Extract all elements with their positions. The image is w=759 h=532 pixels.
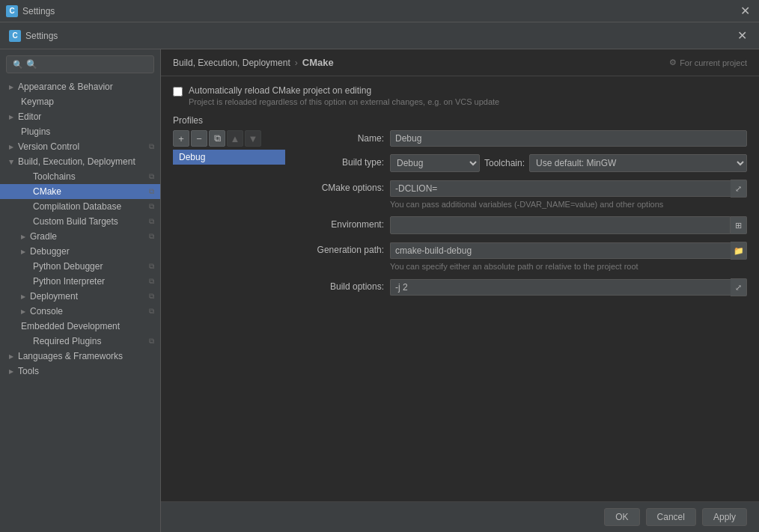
- sidebar-item-label: Version Control: [18, 141, 79, 152]
- build-type-select[interactable]: Debug Release RelWithDebInfo MinSizeRel: [390, 154, 480, 172]
- toolchain-label: Toolchain:: [484, 158, 525, 168]
- cmake-options-hint: You can pass additional variables (-DVAR…: [390, 200, 747, 209]
- sidebar-item-console[interactable]: ▶ Console ⧉: [0, 304, 160, 319]
- sidebar-item-keymap[interactable]: Keymap: [0, 94, 160, 109]
- profiles-layout: + − ⧉ ▲ ▼ Debug Name:: [173, 130, 747, 304]
- profiles-label: Profiles: [173, 115, 747, 126]
- name-row: Name:: [294, 130, 747, 147]
- sidebar-item-version-control[interactable]: ▶ Version Control ⧉: [0, 139, 160, 154]
- sidebar-item-tools[interactable]: ▶ Tools: [0, 364, 160, 379]
- sidebar-item-gradle[interactable]: ▶ Gradle ⧉: [0, 229, 160, 244]
- cmake-options-expand-button[interactable]: ⤢: [731, 180, 747, 198]
- build-type-row: Build type: Debug Release RelWithDebInfo…: [294, 154, 747, 172]
- move-up-button[interactable]: ▲: [227, 130, 243, 147]
- window-title-bar: C Settings ✕: [0, 0, 759, 22]
- move-down-button[interactable]: ▼: [245, 130, 261, 147]
- sidebar-item-deployment[interactable]: ▶ Deployment ⧉: [0, 289, 160, 304]
- sidebar-item-label: Keymap: [21, 97, 54, 107]
- breadcrumb-project: ⚙ For current project: [669, 58, 747, 67]
- copy-icon: ⧉: [149, 142, 154, 151]
- environment-input[interactable]: [390, 216, 731, 234]
- breadcrumb-parent: Build, Execution, Deployment: [173, 58, 290, 68]
- environment-row: Environment: ⊞: [294, 216, 747, 234]
- sidebar-item-build-exec[interactable]: ▶ Build, Execution, Deployment: [0, 154, 160, 169]
- sidebar-item-appearance[interactable]: ▶ Appearance & Behavior: [0, 79, 160, 94]
- auto-reload-label: Automatically reload CMake project on ed…: [189, 85, 499, 96]
- auto-reload-hint: Project is reloaded regardless of this o…: [189, 97, 499, 106]
- auto-reload-checkbox[interactable]: [173, 87, 183, 97]
- sidebar-item-debugger[interactable]: ▶ Debugger: [0, 244, 160, 259]
- cmake-options-input[interactable]: [390, 180, 731, 197]
- toolchain-select[interactable]: Use default: MinGW: [529, 154, 747, 172]
- profile-list-area: + − ⧉ ▲ ▼ Debug: [173, 130, 285, 304]
- arrow-icon: ▶: [21, 248, 25, 255]
- environment-edit-button[interactable]: ⊞: [731, 216, 747, 234]
- arrow-icon: ▶: [9, 84, 13, 91]
- sidebar: 🔍 ▶ Appearance & Behavior Keymap ▶ Edito…: [0, 49, 161, 532]
- copy-icon: ⧉: [149, 187, 154, 196]
- breadcrumb: Build, Execution, Deployment › CMake ⚙ F…: [161, 49, 759, 76]
- arrow-icon: ▶: [9, 353, 13, 360]
- project-icon: ⚙: [669, 58, 677, 67]
- add-profile-button[interactable]: +: [173, 130, 189, 147]
- sidebar-item-languages[interactable]: ▶ Languages & Frameworks: [0, 349, 160, 364]
- dialog-close-button[interactable]: ✕: [734, 28, 750, 43]
- form-area: Name: Build type: Debug Release RelWi: [294, 130, 747, 304]
- search-input[interactable]: [26, 59, 147, 70]
- copy-icon: ⧉: [149, 262, 154, 271]
- search-icon: 🔍: [13, 60, 23, 70]
- name-input[interactable]: [390, 130, 747, 147]
- sidebar-item-python-interpreter[interactable]: Python Interpreter ⧉: [0, 274, 160, 289]
- build-options-row: Build options: ⤢: [294, 278, 747, 296]
- breadcrumb-current: CMake: [302, 57, 334, 68]
- sidebar-item-label: Embedded Development: [21, 321, 120, 331]
- sidebar-item-required-plugins[interactable]: Required Plugins ⧉: [0, 334, 160, 349]
- profile-item-debug[interactable]: Debug: [173, 150, 285, 165]
- remove-profile-button[interactable]: −: [191, 130, 207, 147]
- dialog-icon: C: [9, 30, 21, 42]
- profiles-toolbar: + − ⧉ ▲ ▼: [173, 130, 285, 147]
- copy-icon: ⧉: [149, 232, 154, 241]
- cmake-options-label: CMake options:: [294, 180, 384, 193]
- sidebar-item-label: Gradle: [30, 231, 57, 242]
- sidebar-item-compilation-db[interactable]: Compilation Database ⧉: [0, 199, 160, 214]
- generation-path-row: Generation path: 📁 You can specify eithe…: [294, 242, 747, 271]
- sidebar-item-toolchains[interactable]: Toolchains ⧉: [0, 169, 160, 184]
- profile-name: Debug: [179, 152, 205, 162]
- generation-path-input[interactable]: [390, 242, 731, 259]
- sidebar-item-label: Editor: [18, 111, 41, 122]
- project-label: For current project: [680, 58, 747, 67]
- sidebar-item-label: Toolchains: [33, 171, 76, 182]
- ok-button[interactable]: OK: [604, 508, 639, 526]
- dialog-title: Settings: [25, 31, 58, 41]
- arrow-icon: ▶: [21, 308, 25, 315]
- apply-button[interactable]: Apply: [702, 508, 747, 526]
- sidebar-item-label: CMake: [33, 186, 61, 197]
- sidebar-item-label: Appearance & Behavior: [18, 82, 113, 92]
- sidebar-item-embedded-dev[interactable]: Embedded Development: [0, 319, 160, 334]
- name-label: Name:: [294, 130, 384, 144]
- sidebar-item-editor[interactable]: ▶ Editor: [0, 109, 160, 124]
- build-options-input[interactable]: [390, 279, 731, 296]
- generation-path-browse-button[interactable]: 📁: [731, 242, 747, 260]
- sidebar-item-label: Tools: [18, 366, 39, 376]
- sidebar-item-plugins[interactable]: Plugins: [0, 124, 160, 139]
- build-options-label: Build options:: [294, 278, 384, 292]
- sidebar-item-custom-build[interactable]: Custom Build Targets ⧉: [0, 214, 160, 229]
- copy-profile-button[interactable]: ⧉: [209, 130, 225, 147]
- sidebar-item-cmake[interactable]: CMake ⧉: [0, 184, 160, 199]
- window-close-button[interactable]: ✕: [737, 4, 753, 19]
- arrow-icon: ▶: [21, 233, 25, 240]
- sidebar-item-python-debugger[interactable]: Python Debugger ⧉: [0, 259, 160, 274]
- generation-path-hint: You can specify either an absolute path …: [390, 262, 747, 271]
- content-body: Automatically reload CMake project on ed…: [161, 76, 759, 501]
- build-options-expand-button[interactable]: ⤢: [731, 278, 747, 296]
- environment-label: Environment:: [294, 216, 384, 230]
- cmake-options-row: CMake options: ⤢ You can pass additional…: [294, 180, 747, 209]
- window-title: Settings: [22, 6, 55, 16]
- breadcrumb-separator: ›: [295, 58, 298, 68]
- sidebar-item-label: Plugins: [21, 126, 50, 137]
- cancel-button[interactable]: Cancel: [646, 508, 696, 526]
- sidebar-item-label: Languages & Frameworks: [18, 351, 123, 361]
- search-box[interactable]: 🔍: [6, 55, 154, 73]
